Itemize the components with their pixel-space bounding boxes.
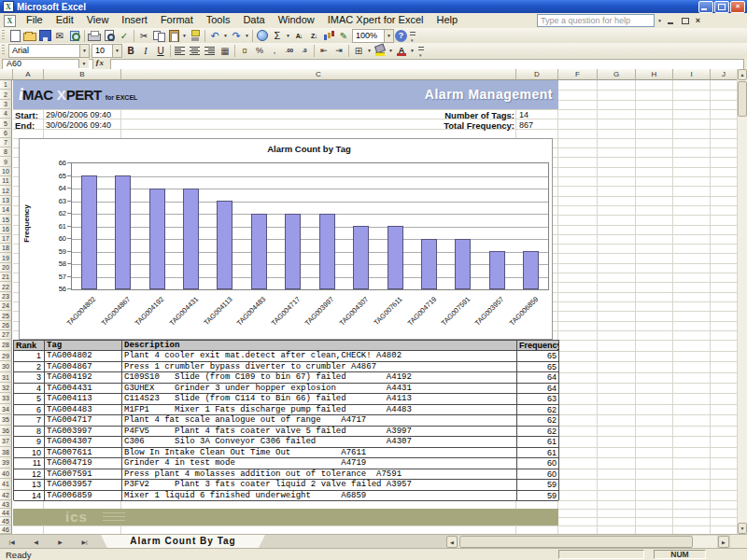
row-header-15[interactable]: 15	[0, 215, 12, 225]
sort-ascending-icon[interactable]: A↓	[291, 29, 306, 43]
column-header-d[interactable]: D	[516, 69, 558, 80]
font-color-icon[interactable]: A	[394, 44, 409, 58]
autosum-icon[interactable]: Σ	[270, 29, 285, 43]
previous-sheet-icon[interactable]: ◀	[28, 536, 44, 548]
rank-cell[interactable]: 6	[14, 405, 45, 416]
start-value[interactable]: 29/06/2006 09:40	[46, 110, 111, 119]
frequency-cell[interactable]: 59	[517, 491, 558, 502]
title-bar[interactable]: X Microsoft Excel ×	[0, 0, 747, 13]
end-value[interactable]: 30/06/2006 09:40	[46, 120, 111, 130]
spelling-icon[interactable]: ✓	[117, 29, 132, 43]
menu-item-imac-xpert-for-excel[interactable]: IMAC Xpert for Excel	[321, 13, 430, 28]
chevron-down-icon[interactable]: ▼	[244, 29, 250, 43]
frequency-cell[interactable]: 64	[517, 384, 558, 395]
chevron-down-icon[interactable]: ▼	[181, 29, 188, 43]
chevron-down-icon[interactable]: ▼	[112, 45, 121, 57]
menu-item-tools[interactable]: Tools	[200, 13, 237, 28]
help-icon[interactable]: ?	[395, 30, 407, 42]
frequency-cell[interactable]: 61	[517, 448, 558, 459]
row-header-5[interactable]: 5	[0, 119, 12, 129]
redo-icon[interactable]: ↷	[229, 29, 244, 43]
description-cell[interactable]: C109S10 Slide (from C109 to bin 67) fail…	[122, 372, 517, 384]
freq-value[interactable]: 867	[519, 120, 533, 130]
align-right-icon[interactable]	[203, 44, 218, 58]
tag-cell[interactable]: TAG004802	[45, 351, 122, 362]
bar-TAG004307[interactable]	[353, 226, 369, 289]
tag-cell[interactable]: TAG004431	[45, 384, 122, 395]
row-header-25[interactable]: 25	[0, 311, 12, 321]
chevron-down-icon[interactable]: ▼	[384, 30, 393, 42]
column-header-b[interactable]: B	[44, 69, 121, 80]
scroll-up-icon[interactable]: ▲	[738, 69, 747, 80]
close-button[interactable]: ×	[730, 1, 745, 13]
frequency-cell[interactable]: 62	[517, 415, 558, 427]
last-sheet-icon[interactable]: ▶|	[77, 536, 92, 548]
description-cell[interactable]: Plant 4 fat scale analogue out of range …	[122, 415, 517, 427]
menu-item-insert[interactable]: Insert	[115, 13, 154, 28]
question-box-dropdown-icon[interactable]: ▼	[655, 14, 665, 27]
frequency-cell[interactable]: 64	[517, 372, 558, 384]
row-header-2[interactable]: 2	[0, 90, 12, 100]
rank-cell[interactable]: 7	[14, 415, 45, 427]
description-cell[interactable]: Blow In Intake Clean Out Time Out A7611	[122, 448, 517, 459]
print-icon[interactable]	[87, 29, 102, 43]
paste-icon[interactable]	[166, 29, 181, 43]
row-header-24[interactable]: 24	[0, 301, 12, 311]
percent-style-icon[interactable]: %	[252, 44, 267, 58]
menu-item-data[interactable]: Data	[236, 13, 271, 28]
row-header-10[interactable]: 10	[0, 167, 12, 176]
row-header-21[interactable]: 21	[0, 273, 12, 282]
description-cell[interactable]: Grinder 4 in test mode A4719	[122, 458, 517, 469]
row-header-46[interactable]: 46	[0, 525, 12, 534]
scroll-right-icon[interactable]: ▶	[718, 536, 729, 548]
row-header-41[interactable]: 41	[0, 479, 12, 490]
column-header-i[interactable]: I	[673, 69, 711, 80]
rank-cell[interactable]: 5	[14, 394, 45, 405]
chevron-down-icon[interactable]: ▼	[79, 45, 89, 57]
decrease-indent-icon[interactable]: ⇤	[317, 44, 331, 58]
tag-cell[interactable]: TAG007591	[45, 469, 122, 481]
row-header-19[interactable]: 19	[0, 253, 12, 263]
bar-TAG004719[interactable]	[421, 239, 437, 289]
sort-descending-icon[interactable]: Z↓	[306, 29, 321, 43]
description-cell[interactable]: Press 1 crumbler bypass diverter to crum…	[122, 362, 517, 373]
bar-TAG004867[interactable]	[115, 175, 131, 289]
bar-TAG004431[interactable]	[183, 189, 199, 289]
row-header-27[interactable]: 27	[0, 330, 12, 340]
frequency-cell[interactable]: 65	[517, 362, 558, 373]
frequency-cell[interactable]: 62	[517, 427, 558, 438]
chevron-down-icon[interactable]: ▼	[409, 44, 416, 58]
next-sheet-icon[interactable]: ▶	[52, 536, 68, 548]
scroll-left-icon[interactable]: ◀	[446, 536, 458, 548]
underline-icon[interactable]: U	[153, 44, 168, 58]
bar-TAG004717[interactable]	[285, 214, 301, 289]
description-cell[interactable]: C114S23 Slide (from C114 to Bin 66) fail…	[122, 394, 517, 405]
tag-cell[interactable]: TAG003997	[45, 427, 122, 438]
rank-cell[interactable]: 14	[14, 491, 45, 502]
chevron-down-icon[interactable]: ▼	[285, 29, 291, 43]
increase-indent-icon[interactable]: ⇥	[331, 44, 346, 58]
font-name-select[interactable]: Arial▼	[8, 44, 90, 58]
open-icon[interactable]	[22, 29, 37, 43]
workbook-minimize-button[interactable]	[666, 16, 678, 26]
rank-cell[interactable]: 13	[14, 480, 45, 491]
row-header-6[interactable]: 6	[0, 129, 12, 138]
row-header-32[interactable]: 32	[0, 383, 12, 393]
bar-TAG003957[interactable]	[489, 251, 505, 289]
row-header-43[interactable]: 43	[0, 500, 12, 509]
font-size-select[interactable]: 10▼	[92, 44, 122, 58]
row-header-28[interactable]: 28	[0, 340, 12, 351]
drawing-icon[interactable]: ✎	[336, 29, 351, 43]
rank-cell[interactable]: 10	[14, 448, 45, 459]
insert-hyperlink-icon[interactable]	[255, 29, 270, 43]
bar-TAG004483[interactable]	[251, 214, 267, 289]
tag-cell[interactable]: TAG004307	[45, 437, 122, 448]
toolbar-grip[interactable]	[2, 45, 5, 56]
vertical-scroll-thumb[interactable]	[738, 81, 747, 117]
row-header-13[interactable]: 13	[0, 196, 12, 205]
question-box-input[interactable]	[537, 14, 655, 27]
row-header-20[interactable]: 20	[0, 263, 12, 273]
align-center-icon[interactable]	[188, 44, 203, 58]
frequency-cell[interactable]: 60	[517, 458, 558, 469]
row-header-9[interactable]: 9	[0, 157, 12, 167]
